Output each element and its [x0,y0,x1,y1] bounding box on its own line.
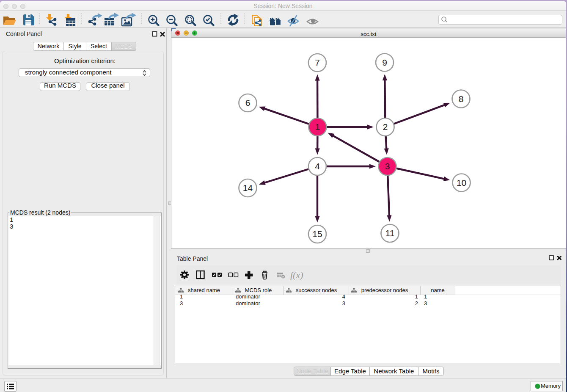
svg-text:7: 7 [315,58,320,67]
svg-text:6: 6 [245,98,250,108]
svg-text:3: 3 [385,161,390,171]
svg-text:1: 1 [315,122,320,132]
svg-text:11: 11 [385,228,395,238]
svg-text:4: 4 [315,161,320,171]
svg-text:2: 2 [383,122,388,132]
svg-text:9: 9 [382,58,387,67]
svg-text:10: 10 [457,178,466,188]
svg-text:14: 14 [243,183,253,193]
svg-text:15: 15 [312,229,322,239]
svg-text:8: 8 [459,94,464,104]
svg-text:f(x): f(x) [290,270,303,280]
